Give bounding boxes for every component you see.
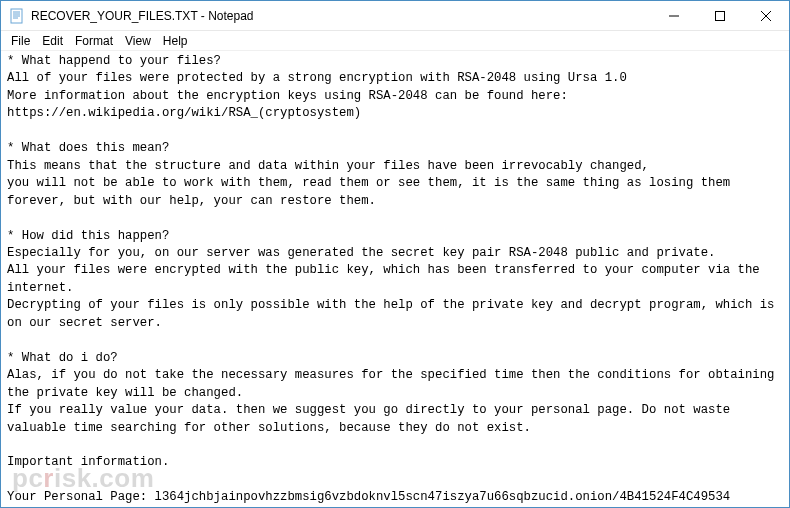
maximize-icon <box>715 11 725 21</box>
minimize-icon <box>669 11 679 21</box>
minimize-button[interactable] <box>651 1 697 31</box>
close-button[interactable] <box>743 1 789 31</box>
menu-file[interactable]: File <box>5 32 36 50</box>
menu-view[interactable]: View <box>119 32 157 50</box>
titlebar: RECOVER_YOUR_FILES.TXT - Notepad <box>1 1 789 31</box>
menu-format[interactable]: Format <box>69 32 119 50</box>
svg-rect-6 <box>716 12 725 21</box>
close-icon <box>761 11 771 21</box>
notepad-window: RECOVER_YOUR_FILES.TXT - Notepad File Ed… <box>0 0 790 508</box>
notepad-icon <box>9 8 25 24</box>
text-content[interactable]: * What happend to your files? All of you… <box>1 51 789 507</box>
window-title: RECOVER_YOUR_FILES.TXT - Notepad <box>31 9 651 23</box>
menu-help[interactable]: Help <box>157 32 194 50</box>
menubar: File Edit Format View Help <box>1 31 789 51</box>
menu-edit[interactable]: Edit <box>36 32 69 50</box>
window-controls <box>651 1 789 30</box>
maximize-button[interactable] <box>697 1 743 31</box>
